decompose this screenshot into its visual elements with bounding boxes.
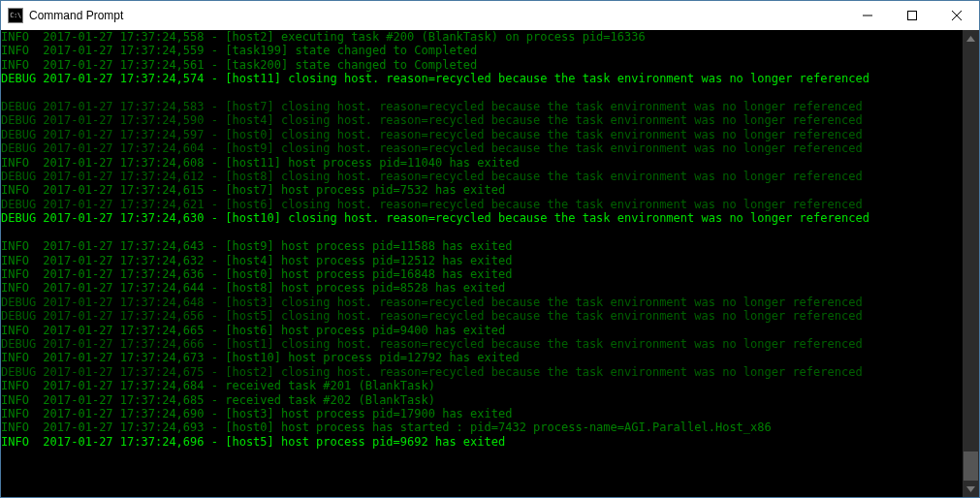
close-button[interactable] <box>934 1 979 30</box>
log-level: INFO <box>1 183 36 197</box>
log-message: [host2] closing host. reason=recycled be… <box>225 365 862 379</box>
log-level: DEBUG <box>1 365 36 379</box>
log-timestamp: 2017-01-27 17:37:24,604 - <box>36 141 225 155</box>
log-line: INFO 2017-01-27 17:37:24,559 - [task199]… <box>1 44 963 57</box>
log-message: [host7] host process pid=7532 has exited <box>225 183 505 197</box>
log-line: DEBUG 2017-01-27 17:37:24,604 - [host9] … <box>1 141 963 155</box>
log-level: DEBUG <box>1 113 36 127</box>
log-message: [host6] host process pid=9400 has exited <box>225 324 505 337</box>
log-message: [host0] closing host. reason=recycled be… <box>225 128 862 141</box>
log-line: DEBUG 2017-01-27 17:37:24,630 - [host10]… <box>1 211 963 225</box>
log-level: DEBUG <box>1 198 36 211</box>
log-timestamp: 2017-01-27 17:37:24,583 - <box>36 100 225 113</box>
log-line: DEBUG 2017-01-27 17:37:24,675 - [host2] … <box>1 365 963 379</box>
log-level: INFO <box>1 351 36 364</box>
log-timestamp: 2017-01-27 17:37:24,665 - <box>36 324 225 337</box>
log-timestamp: 2017-01-27 17:37:24,612 - <box>36 170 225 183</box>
log-level: DEBUG <box>1 100 36 113</box>
log-level: DEBUG <box>1 309 36 323</box>
command-prompt-icon: C:\ <box>8 8 23 23</box>
log-timestamp: 2017-01-27 17:37:24,673 - <box>36 351 225 364</box>
log-message: [host10] host process pid=12792 has exit… <box>225 351 519 364</box>
log-message: [host7] closing host. reason=recycled be… <box>225 100 862 113</box>
log-line: DEBUG 2017-01-27 17:37:24,574 - [host11]… <box>1 72 963 85</box>
log-line: DEBUG 2017-01-27 17:37:24,666 - [host1] … <box>1 337 963 351</box>
console-output[interactable]: INFO 2017-01-27 17:37:24,558 - [host2] e… <box>1 30 963 497</box>
log-level: INFO <box>1 58 36 72</box>
log-message: [host8] closing host. reason=recycled be… <box>225 170 862 183</box>
log-timestamp: 2017-01-27 17:37:24,608 - <box>36 156 225 170</box>
log-timestamp: 2017-01-27 17:37:24,644 - <box>36 281 225 295</box>
log-level: DEBUG <box>1 128 36 141</box>
log-level: INFO <box>1 254 36 267</box>
scrollbar-thumb[interactable] <box>964 451 978 481</box>
log-timestamp: 2017-01-27 17:37:24,597 - <box>36 128 225 141</box>
log-line: INFO 2017-01-27 17:37:24,693 - [host0] h… <box>1 420 963 434</box>
log-line: INFO 2017-01-27 17:37:24,673 - [host10] … <box>1 351 963 364</box>
log-line <box>1 86 963 100</box>
log-level: DEBUG <box>1 170 36 183</box>
log-line: INFO 2017-01-27 17:37:24,632 - [host4] h… <box>1 254 963 267</box>
log-level: INFO <box>1 44 36 57</box>
log-line: INFO 2017-01-27 17:37:24,644 - [host8] h… <box>1 281 963 295</box>
log-message: [task200] state changed to Completed <box>225 58 477 72</box>
vertical-scrollbar[interactable] <box>963 30 979 497</box>
scroll-down-button[interactable] <box>963 481 979 497</box>
scroll-up-button[interactable] <box>963 30 979 47</box>
log-line: DEBUG 2017-01-27 17:37:24,621 - [host6] … <box>1 198 963 211</box>
log-level: INFO <box>1 239 36 253</box>
log-message: [host9] host process pid=11588 has exite… <box>225 239 512 253</box>
log-message: [host5] closing host. reason=recycled be… <box>225 309 862 323</box>
log-message: [host3] closing host. reason=recycled be… <box>225 296 862 309</box>
log-level: INFO <box>1 324 36 337</box>
log-level: INFO <box>1 420 36 434</box>
log-message: [host3] host process pid=17900 has exite… <box>225 407 512 420</box>
maximize-button[interactable] <box>890 1 934 30</box>
log-line: INFO 2017-01-27 17:37:24,558 - [host2] e… <box>1 30 963 44</box>
log-level: INFO <box>1 393 36 407</box>
log-message: received task #202 (BlankTask) <box>225 393 435 407</box>
log-message: [task199] state changed to Completed <box>225 44 477 57</box>
log-level: INFO <box>1 407 36 420</box>
log-message: [host10] closing host. reason=recycled b… <box>225 211 869 225</box>
log-message: [host4] closing host. reason=recycled be… <box>225 113 862 127</box>
log-message: [host11] closing host. reason=recycled b… <box>225 72 869 85</box>
minimize-button[interactable] <box>845 1 890 30</box>
log-timestamp: 2017-01-27 17:37:24,666 - <box>36 337 225 351</box>
log-timestamp: 2017-01-27 17:37:24,636 - <box>36 267 225 281</box>
log-level: DEBUG <box>1 296 36 309</box>
log-message: [host9] closing host. reason=recycled be… <box>225 141 862 155</box>
scrollbar-track[interactable] <box>963 47 979 481</box>
log-timestamp: 2017-01-27 17:37:24,630 - <box>36 211 225 225</box>
log-line: DEBUG 2017-01-27 17:37:24,612 - [host8] … <box>1 170 963 183</box>
log-level: INFO <box>1 267 36 281</box>
log-message: [host0] host process has started : pid=7… <box>225 420 772 434</box>
log-line: INFO 2017-01-27 17:37:24,696 - [host5] h… <box>1 435 963 449</box>
log-line: INFO 2017-01-27 17:37:24,665 - [host6] h… <box>1 324 963 337</box>
log-line: DEBUG 2017-01-27 17:37:24,656 - [host5] … <box>1 309 963 323</box>
log-line: DEBUG 2017-01-27 17:37:24,583 - [host7] … <box>1 100 963 113</box>
log-timestamp: 2017-01-27 17:37:24,685 - <box>36 393 225 407</box>
log-line: INFO 2017-01-27 17:37:24,608 - [host11] … <box>1 156 963 170</box>
log-timestamp: 2017-01-27 17:37:24,615 - <box>36 183 225 197</box>
titlebar[interactable]: C:\ Command Prompt <box>1 1 979 30</box>
svg-rect-1 <box>908 12 917 20</box>
log-timestamp: 2017-01-27 17:37:24,643 - <box>36 239 225 253</box>
log-timestamp: 2017-01-27 17:37:24,561 - <box>36 58 225 72</box>
log-timestamp: 2017-01-27 17:37:24,696 - <box>36 435 225 449</box>
log-line <box>1 226 963 239</box>
log-message: received task #201 (BlankTask) <box>225 379 435 392</box>
window-title: Command Prompt <box>29 9 845 22</box>
log-timestamp: 2017-01-27 17:37:24,574 - <box>36 72 225 85</box>
log-line: INFO 2017-01-27 17:37:24,636 - [host0] h… <box>1 267 963 281</box>
log-line: INFO 2017-01-27 17:37:24,643 - [host9] h… <box>1 239 963 253</box>
window-controls <box>845 1 979 30</box>
log-line: INFO 2017-01-27 17:37:24,615 - [host7] h… <box>1 183 963 197</box>
log-timestamp: 2017-01-27 17:37:24,690 - <box>36 407 225 420</box>
log-timestamp: 2017-01-27 17:37:24,648 - <box>36 296 225 309</box>
log-message: [host11] host process pid=11040 has exit… <box>225 156 519 170</box>
log-level: INFO <box>1 379 36 392</box>
log-message: [host6] closing host. reason=recycled be… <box>225 198 862 211</box>
log-message: [host1] closing host. reason=recycled be… <box>225 337 862 351</box>
log-timestamp: 2017-01-27 17:37:24,684 - <box>36 379 225 392</box>
